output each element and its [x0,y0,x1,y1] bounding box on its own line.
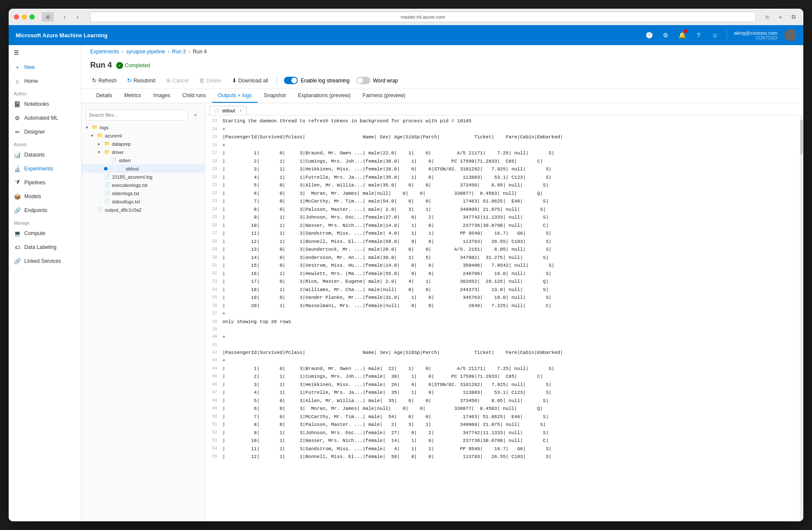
tree-item-executionlogs[interactable]: ► 📄 executionlogs.txt [82,181,205,189]
tab-details-label: Details [96,92,112,98]
tree-item-driver[interactable]: ▼ 📁 driver [82,148,205,156]
minimize-button[interactable] [22,14,27,20]
sidebar-item-notebooks[interactable]: 📓 Notebooks [9,97,81,111]
sidebar-item-models[interactable]: 📦 Models [9,190,81,203]
tree-item-stderrlogs[interactable]: ► 📄 stderrlogs.txt [82,189,205,197]
refresh-button[interactable]: ↻ Refresh [90,76,118,85]
tab-fairness[interactable]: Fairness (preview) [357,89,412,103]
log-line: 27| 11| 1| 3|Sandstrom, Miss. ...|female… [205,229,803,238]
azureml-label: azureml [105,133,122,138]
history-icon[interactable]: 🕐 [644,30,654,40]
stdoutlogs-file-icon: 📄 [104,199,110,204]
sidebar-item-automated-ml[interactable]: ⚙ Automated ML [9,111,81,125]
hamburger-button[interactable]: ☰ [9,45,81,60]
log-line-text: | 5| 0| 3|Allen, Mr. Willia...| male|35.… [222,182,549,189]
log-line-text: + [222,310,225,317]
log-line-text: |PassengerId|Survived|Pclass| Name| Sex|… [222,349,563,357]
sidebar-item-compute[interactable]: 💻 Compute [9,226,81,240]
forward-button[interactable]: › [72,12,83,22]
log-line-text: | 7| 0| 1|McCarthy, Mr. Tim...| male| 54… [222,413,549,421]
log-scrollbar[interactable] [800,115,803,521]
tree-item-stderr[interactable]: ► 📄 stderr [82,156,205,164]
log-line: 52| 9| 1| 3|Johnson, Mrs. Osc...|female|… [205,429,803,437]
tree-item-azureml-log[interactable]: ► 📄 10185_azureml.log [82,173,205,181]
file-tree: « ▼ 📁 logs ▼ 📁 azureml [82,103,205,521]
log-line: 19| 3| 1| 3|Heikkinen, Miss. ...|female|… [205,165,803,173]
close-button[interactable] [14,14,19,20]
download-all-button[interactable]: ⬇ Download all [230,76,270,85]
tab-snapshot[interactable]: Snapshot [258,89,292,103]
sidebar-item-home[interactable]: ⌂ Home [9,74,81,88]
user-info: aking@contoso.com CONTOSO [734,30,777,40]
tab-images[interactable]: Images [147,89,176,103]
app-window: ⊞ ‹ › master.ml.azure.com ⎋ + ⧉ Microsof… [9,9,803,521]
tree-collapse-button[interactable]: « [191,110,200,120]
fullscreen-button[interactable] [29,14,35,20]
delete-button[interactable]: 🗑 Delete [197,76,223,85]
log-line-number: 28 [205,238,222,245]
breadcrumb-run3[interactable]: Run 3 [172,49,186,55]
log-line-number: 33 [205,278,222,285]
word-wrap-toggle[interactable] [356,77,370,84]
pipelines-icon: ⧩ [14,179,21,186]
sidebar-item-data-labeling[interactable]: 🏷 Data Labeling [9,240,81,254]
windows-icon[interactable]: ⧉ [789,12,798,22]
sidebar-item-label-notebooks: Notebooks [24,101,49,107]
settings-icon[interactable]: ⚙ [661,30,670,40]
sidebar-item-pipelines[interactable]: ⧩ Pipelines [9,176,81,190]
log-line: 30| 14| 0| 3|Andersson, Mr. An...| male|… [205,254,803,262]
url-bar[interactable]: master.ml.azure.com [90,12,756,22]
back-button[interactable]: ‹ [59,12,70,22]
tree-item-azureml[interactable]: ▼ 📁 azureml [82,131,205,140]
sidebar-item-designer[interactable]: ✏ Designer [9,125,81,139]
log-line-text: | 6| 0| 3| Moran, Mr. James| male|null| … [222,405,543,412]
word-wrap-label: Word wrap [373,78,398,84]
tree-item-dataprep[interactable]: ► 📁 dataprep [82,140,205,148]
log-line: 33| 17| 0| 3|Rice, Master. Eugene| male|… [205,278,803,286]
user-email: aking@contoso.com [734,30,777,36]
tree-search-input[interactable] [86,109,188,121]
feedback-icon[interactable]: ☺ [710,30,720,40]
log-streaming-toggle[interactable] [284,77,298,84]
log-streaming-toggle-wrap: Enable log streaming [284,77,349,84]
help-icon[interactable]: ? [694,30,703,40]
sidebar-item-experiments[interactable]: 🔬 Experiments [9,162,81,176]
log-line-number: 15 [205,134,222,141]
window-control-1[interactable]: ⊞ [42,12,54,22]
tab-child-runs[interactable]: Child runs [176,89,212,103]
log-line: 23| 7| 0| 1|McCarthy, Mr. Tim...| male|5… [205,197,803,206]
tab-outputs-logs[interactable]: Outputs + logs [212,89,258,103]
tab-details[interactable]: Details [90,89,118,103]
tab-explanations[interactable]: Explanations (preview) [292,89,356,103]
sidebar-item-endpoints[interactable]: 🔗 Endpoints [9,203,81,217]
toolbar-separator [277,76,277,85]
log-content[interactable]: 13Starting the daemon thread to refresh … [205,115,803,521]
tree-item-logs[interactable]: ▼ 📁 logs [82,123,205,131]
sidebar-item-label-endpoints: Endpoints [24,207,47,213]
log-tab-stdout[interactable]: 📄 stdout × [209,106,247,115]
cancel-button[interactable]: ⊗ Cancel [164,76,190,85]
breadcrumb-pipeline[interactable]: synapse-pipeline [126,49,165,55]
stderrlogs-label: stderrlogs.txt [112,191,139,196]
share-icon[interactable]: ⎋ [763,12,772,22]
status-text: Completed [125,62,150,69]
resubmit-button[interactable]: ↻ Resubmit [125,76,157,85]
log-line: 13Starting the daemon thread to refresh … [205,117,803,125]
sidebar-item-datasets[interactable]: 📊 Datasets [9,148,81,162]
user-avatar[interactable] [784,29,796,41]
experiments-icon: 🔬 [14,165,21,172]
breadcrumb-experiments[interactable]: Experiments [90,49,119,55]
new-tab-icon[interactable]: + [776,12,785,22]
log-line-text: | 13| 0| 3|Saundercock, Mr. ...| male|20… [222,246,551,253]
tree-item-output[interactable]: ► 📄 output_d8c1c0a2 [82,206,205,214]
sidebar-item-label-compute: Compute [24,230,46,236]
log-line-text: | 19| 0| 3|Vander Planke, Mr...|female|3… [222,294,551,301]
tree-item-stdout[interactable]: ► 📄 stdout [82,164,205,173]
tab-metrics[interactable]: Metrics [118,89,147,103]
log-tab-close-button[interactable]: × [239,108,242,113]
sidebar-item-new[interactable]: + New [9,60,81,74]
sidebar-item-linked-services[interactable]: 🔗 Linked Services [9,254,81,268]
tree-item-stdoutlogs[interactable]: ► 📄 stdoutlogs.txt [82,197,205,206]
notifications-icon[interactable]: 🔔 [677,30,687,40]
tab-fairness-label: Fairness (preview) [363,92,406,98]
